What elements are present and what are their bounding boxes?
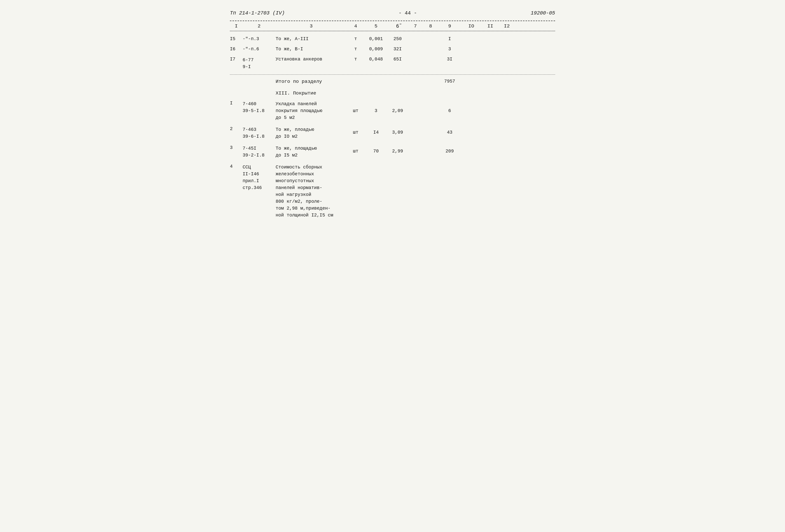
row-code: 7-45I 39-2-I.8 bbox=[243, 145, 276, 159]
row-desc: То же, А-III bbox=[276, 36, 347, 42]
row-num: I bbox=[230, 101, 243, 106]
row-qty: 0,001 bbox=[364, 36, 387, 42]
col-header-11: II bbox=[481, 23, 499, 29]
table-row: I5 -"-п.3 То же, А-III т 0,001 250 I bbox=[230, 34, 555, 44]
row-code: ССЦ II-I46 прил.I стр.346 bbox=[243, 164, 276, 191]
row-num: 4 bbox=[230, 164, 243, 169]
subtotal-row: Итого по разделу 7957 bbox=[230, 76, 555, 87]
row-price: 3,09 bbox=[387, 126, 408, 135]
row-num: I7 bbox=[230, 57, 243, 62]
table-row: I 7-460 39-5-I.8 Укладка панелей покрыти… bbox=[230, 98, 555, 124]
row-total: I bbox=[438, 36, 461, 42]
header-center: - 44 - bbox=[399, 10, 417, 16]
row-price: 65I bbox=[387, 57, 408, 62]
table-row: I6 -"-п.6 То же, В-I т 0,009 32I 3 bbox=[230, 44, 555, 54]
row-qty: 0,048 bbox=[364, 57, 387, 62]
row-unit: шт bbox=[347, 101, 364, 113]
row-total: 43 bbox=[438, 126, 461, 135]
row-code: -"-п.3 bbox=[243, 36, 276, 42]
row-qty: 3 bbox=[364, 101, 387, 113]
col-header-10: IO bbox=[461, 23, 481, 29]
row-code: 6-77 9-I bbox=[243, 57, 276, 70]
table-row: 4 ССЦ II-I46 прил.I стр.346 Стоимость сб… bbox=[230, 161, 555, 221]
row-num: I6 bbox=[230, 47, 243, 52]
header-left: Тп 214-1-2703 (IV) bbox=[230, 10, 285, 16]
row-num: I5 bbox=[230, 36, 243, 42]
row-qty: I4 bbox=[364, 126, 387, 135]
col-header-8: 8 bbox=[423, 23, 438, 29]
row-unit: шт bbox=[347, 126, 364, 135]
section-title-xiii: XIII. Покрытие bbox=[230, 87, 555, 98]
table-row: 3 7-45I 39-2-I.8 То же, площадью до I5 м… bbox=[230, 143, 555, 161]
row-num: 3 bbox=[230, 145, 243, 150]
col-header-9: 9 bbox=[438, 23, 461, 29]
col-header-6: 6̃ bbox=[387, 23, 408, 29]
col-header-1: I bbox=[230, 23, 243, 29]
row-unit: т bbox=[347, 47, 364, 52]
row-total: 6 bbox=[438, 101, 461, 113]
row-desc: Стоимость сборных железобетонных многопу… bbox=[276, 164, 347, 219]
row-price: 250 bbox=[387, 36, 408, 42]
row-desc: То же, площадью до I5 м2 bbox=[276, 145, 347, 159]
col-header-2: 2 bbox=[243, 23, 276, 29]
row-total: 3I bbox=[438, 57, 461, 62]
row-desc: То же, В-I bbox=[276, 47, 347, 52]
row-total: 3 bbox=[438, 47, 461, 52]
row-code: 7-460 39-5-I.8 bbox=[243, 101, 276, 114]
row-qty: 70 bbox=[364, 145, 387, 154]
col-header-4: 4 bbox=[347, 23, 364, 29]
main-table: I 2 3 4 5 6̃ 7 8 9 IO II I2 I5 -"-п.3 То… bbox=[230, 21, 555, 221]
row-code: 7-463 39-6-I.8 bbox=[243, 126, 276, 140]
row-price: 2,09 bbox=[387, 101, 408, 113]
row-num: 2 bbox=[230, 126, 243, 131]
row-desc: Установка анкеров bbox=[276, 57, 347, 62]
row-price: 2,99 bbox=[387, 145, 408, 154]
subtotal-label: Итого по разделу bbox=[276, 79, 347, 84]
table-row: 2 7-463 39-6-I.8 То же, плоадью до IO м2… bbox=[230, 124, 555, 143]
row-unit: т bbox=[347, 57, 364, 62]
header-right: 19200-05 bbox=[531, 10, 555, 16]
row-unit: т bbox=[347, 36, 364, 42]
row-unit: шт bbox=[347, 145, 364, 154]
row-code: -"-п.6 bbox=[243, 47, 276, 52]
col-header-5: 5 bbox=[364, 23, 387, 29]
row-desc: То же, плоадью до IO м2 bbox=[276, 126, 347, 140]
col-header-7: 7 bbox=[408, 23, 423, 29]
table-row: I7 6-77 9-I Установка анкеров т 0,048 65… bbox=[230, 54, 555, 73]
column-header-row: I 2 3 4 5 6̃ 7 8 9 IO II I2 bbox=[230, 21, 555, 31]
row-qty: 0,009 bbox=[364, 47, 387, 52]
col-header-12: I2 bbox=[499, 23, 514, 29]
subtotal-value: 7957 bbox=[438, 79, 461, 84]
row-price: 32I bbox=[387, 47, 408, 52]
row-desc: Укладка панелей покрытия площадью до 5 м… bbox=[276, 101, 347, 121]
row-total: 209 bbox=[438, 145, 461, 154]
col-header-3: 3 bbox=[276, 23, 347, 29]
